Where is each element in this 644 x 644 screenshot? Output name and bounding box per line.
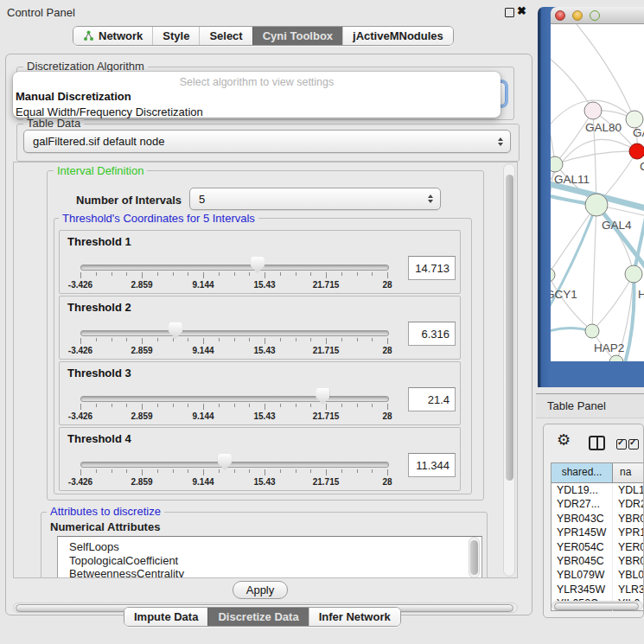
slider-track[interactable]	[80, 396, 389, 402]
table-data-combobox[interactable]: galFiltered.sif default node	[23, 130, 511, 153]
float-window-icon[interactable]	[505, 8, 514, 17]
tab-network[interactable]: Network	[73, 27, 152, 45]
table-row[interactable]: YBL079WYBL0	[552, 568, 644, 582]
network-window-titlebar[interactable]	[551, 7, 644, 24]
network-view-canvas[interactable]: GAL80GACGAL11GAL4GCY1HHAP2	[551, 24, 644, 361]
network-node[interactable]	[629, 143, 644, 159]
table-cell[interactable]: YBR043C	[552, 512, 613, 526]
close-traffic-light-icon[interactable]	[555, 10, 565, 21]
minimize-traffic-light-icon[interactable]	[572, 10, 583, 21]
apply-button[interactable]: Apply	[233, 581, 288, 599]
slider-track[interactable]	[80, 330, 389, 336]
network-edge[interactable]	[596, 205, 634, 274]
network-node[interactable]	[551, 268, 555, 282]
thresholds-group-label: Threshold's Coordinates for 5 Intervals	[59, 212, 258, 225]
slider-handle[interactable]	[316, 388, 329, 405]
slider-tick-mark	[357, 469, 358, 473]
settings-gear-icon[interactable]: ⚙	[557, 432, 571, 448]
attributes-list-scrollbar-thumb[interactable]	[470, 540, 478, 575]
column-header-shared-[interactable]: shared...	[552, 463, 613, 482]
tab-cyni-toolbox[interactable]: Cyni Toolbox	[252, 27, 342, 45]
column-checkbox-icon[interactable]	[628, 439, 639, 450]
attribute-list-item-selfloops[interactable]: SelfLoops	[58, 540, 481, 554]
threshold-value-field[interactable]: 21.4	[408, 387, 456, 411]
table-cell[interactable]: YPR1	[613, 526, 644, 539]
column-header-na[interactable]: na	[613, 463, 644, 482]
number-of-intervals-combobox[interactable]: 5	[189, 188, 441, 210]
table-row[interactable]: YBR043CYBR0	[552, 512, 644, 526]
combo-stepper-icon[interactable]	[498, 137, 503, 146]
settings-vertical-scrollbar-thumb[interactable]	[506, 175, 513, 481]
table-cell[interactable]: YER054C	[552, 540, 613, 554]
tab-infer-network[interactable]: Infer Network	[309, 608, 400, 626]
threshold-value-field[interactable]: 11.344	[408, 453, 456, 477]
slider-handle[interactable]	[218, 454, 232, 470]
network-canvas-svg: GAL80GACGAL11GAL4GCY1HHAP2	[551, 24, 644, 361]
table-row[interactable]: YBR045CYBR0	[552, 554, 644, 568]
table-row[interactable]: YPR145WYPR1	[552, 526, 644, 539]
threshold-value-field[interactable]: 6.316	[408, 322, 456, 346]
popup-option-equal-width-frequency-discretization[interactable]: Equal Width/Frequency Discretization	[13, 105, 501, 120]
table-cell[interactable]: YBR0	[613, 512, 644, 526]
network-edge[interactable]	[592, 205, 596, 331]
slider-tick-label: 21.715	[313, 411, 340, 421]
table-cell[interactable]: YBR045C	[552, 554, 613, 568]
slider-track[interactable]	[80, 265, 389, 271]
network-node[interactable]	[585, 194, 608, 216]
table-row[interactable]: YDR27...YDR2	[552, 497, 644, 511]
attribute-list-item-topologicalcoefficient[interactable]: TopologicalCoefficient	[58, 554, 481, 568]
network-edge-highlighted[interactable]	[551, 205, 596, 325]
slider-tick-mark	[357, 338, 358, 341]
slider-tick-label: 2.859	[131, 280, 152, 290]
table-cell[interactable]: YDR27...	[552, 497, 613, 511]
network-node[interactable]	[625, 265, 642, 283]
tab-style[interactable]: Style	[152, 27, 199, 45]
table-horizontal-scrollbar-thumb[interactable]	[554, 603, 639, 610]
slider-tick-mark	[96, 272, 97, 276]
network-edge[interactable]	[551, 107, 555, 164]
tab-discretize-data[interactable]: Discretize Data	[207, 608, 308, 626]
table-cell[interactable]: YDL1	[613, 483, 644, 497]
network-node[interactable]	[551, 156, 563, 172]
combo-stepper-icon[interactable]	[428, 194, 433, 203]
table-cell[interactable]: YBL0	[613, 568, 644, 582]
network-edge[interactable]	[551, 275, 592, 331]
slider-track[interactable]	[80, 462, 389, 468]
table-cell[interactable]: YBL079W	[552, 568, 613, 582]
attribute-list-item-betweennesscentrality[interactable]: BetweennessCentrality	[58, 567, 481, 578]
slider-tick-mark	[219, 404, 220, 407]
slider-handle[interactable]	[169, 322, 182, 339]
popup-option-manual-discretization[interactable]: Manual Discretization	[13, 89, 501, 105]
split-columns-icon[interactable]	[589, 436, 605, 450]
settings-vertical-scrollbar[interactable]	[503, 163, 515, 577]
attributes-list-scrollbar[interactable]	[469, 537, 480, 578]
table-cell[interactable]: YPR145W	[552, 526, 613, 539]
table-cell[interactable]: YDL19...	[552, 483, 613, 497]
table-row[interactable]: YLR345WYLR3	[552, 583, 644, 596]
threshold-value-field[interactable]: 14.713	[408, 256, 456, 280]
table-cell[interactable]: YLR3	[613, 583, 644, 596]
zoom-traffic-light-icon[interactable]	[590, 10, 600, 21]
table-row[interactable]: YER054CYER0	[552, 540, 644, 554]
table-cell[interactable]: YDR2	[613, 497, 644, 511]
network-edge[interactable]	[555, 111, 593, 164]
network-edge[interactable]	[555, 151, 637, 164]
table-row[interactable]: YDL19...YDL1	[552, 483, 644, 497]
network-edge[interactable]	[551, 54, 593, 111]
network-node[interactable]	[585, 324, 599, 338]
table-cell[interactable]: YLR345W	[552, 583, 613, 596]
numerical-attributes-list[interactable]: SelfLoopsTopologicalCoefficientBetweenne…	[57, 536, 482, 578]
tab-select[interactable]: Select	[199, 27, 252, 45]
network-node[interactable]	[626, 111, 643, 128]
slider-handle[interactable]	[251, 257, 265, 273]
tab-impute-data[interactable]: Impute Data	[124, 608, 207, 626]
table-horizontal-scrollbar[interactable]	[552, 601, 643, 610]
network-node[interactable]	[584, 102, 602, 119]
table-cell[interactable]: YBR0	[613, 554, 644, 568]
close-icon[interactable]: ✖	[517, 4, 526, 17]
table-cell[interactable]: YER0	[613, 540, 644, 554]
tab-jactivemnodules[interactable]: jActiveMNodules	[342, 27, 453, 45]
network-edge[interactable]	[551, 205, 596, 275]
network-edge[interactable]	[577, 24, 634, 119]
column-checkbox-icon[interactable]	[616, 439, 627, 450]
